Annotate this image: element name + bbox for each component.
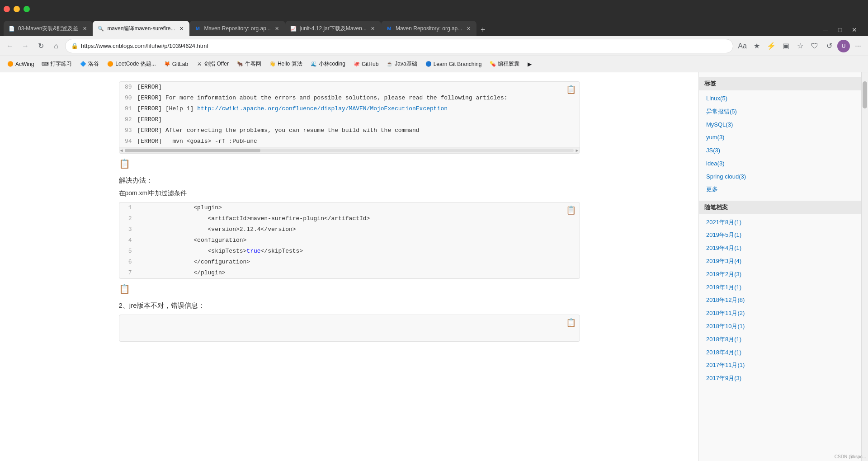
- tab-close-4[interactable]: ✕: [369, 25, 377, 32]
- nav-action-icons: Aa ★ ⚡ ▣ ☆ 🛡 ↺ U ···: [736, 40, 864, 52]
- home-button[interactable]: ⌂: [50, 40, 62, 52]
- xml-line-2: 2 <artifactId>maven-surefire-plugin</art…: [119, 213, 580, 224]
- copy-icon-2: 📋: [119, 159, 130, 169]
- forward-button[interactable]: →: [19, 40, 32, 52]
- split-screen-button[interactable]: ▣: [779, 40, 792, 52]
- sidebar-tag-mysql[interactable]: MySQL(3): [699, 118, 861, 132]
- more-menu-button[interactable]: ···: [852, 40, 864, 52]
- copy-button-xml[interactable]: 📋: [566, 205, 576, 215]
- browser-wallet-button[interactable]: 🛡: [808, 40, 821, 52]
- sidebar-tag-idea[interactable]: idea(3): [699, 157, 861, 170]
- tab-close-3[interactable]: ✕: [274, 25, 281, 32]
- right-scrollbar[interactable]: [861, 72, 868, 461]
- refresh-button[interactable]: ↻: [34, 40, 47, 52]
- xml-line-7: 7 </plugin>: [119, 268, 580, 278]
- more-icon: ···: [855, 42, 861, 50]
- close-button[interactable]: [4, 6, 10, 12]
- bookmark-coding-capsule[interactable]: 💊 编程胶囊: [486, 58, 523, 70]
- maximize-button[interactable]: [24, 6, 30, 12]
- minimize-button[interactable]: [14, 6, 20, 12]
- bookmark-jianzhi[interactable]: ⚔ 剑指 Offer: [193, 58, 232, 70]
- restore-window-button[interactable]: □: [834, 24, 846, 36]
- sidebar-archive-2019-3[interactable]: 2019年3月(4): [699, 255, 861, 268]
- bookmark-typing-label: 打字练习: [50, 60, 72, 68]
- sidebar-archive-2019-1[interactable]: 2019年1月(1): [699, 281, 861, 294]
- scroll-left-arrow[interactable]: ◀: [119, 148, 124, 153]
- bookmark-leetcode[interactable]: 🟠 LeetCode 热题...: [104, 58, 159, 70]
- wallet-icon: 🛡: [811, 42, 818, 50]
- sidebar-archive-2018-12[interactable]: 2018年12月(8): [699, 294, 861, 307]
- bookmark-nowcoder[interactable]: 🐂 牛客网: [233, 58, 265, 70]
- sidebar-archive-2018-11[interactable]: 2018年11月(2): [699, 307, 861, 320]
- bookmark-xiaolin[interactable]: 🌊 小林coding: [307, 58, 349, 70]
- tab-title-1: 03-Maven安装&配置及差: [18, 25, 78, 33]
- bookmark-more[interactable]: ▶: [524, 58, 535, 70]
- sidebar-archive-2018-8[interactable]: 2018年8月(1): [699, 333, 861, 346]
- nowcoder-favicon: 🐂: [237, 61, 243, 67]
- address-bar[interactable]: 🔒 https://www.cnblogs.com/lifuhei/p/1039…: [65, 39, 733, 53]
- tab-3[interactable]: M Maven Repository: org.ap... ✕: [189, 21, 285, 36]
- bookmark-typing[interactable]: ⌨ 打字练习: [38, 58, 75, 70]
- back-button[interactable]: ←: [4, 40, 16, 52]
- sidebar-tag-linux[interactable]: Linux(5): [699, 92, 861, 105]
- tab-title-4: junit-4.12.jar下载及Maven...: [300, 25, 367, 33]
- bookmark-java[interactable]: ☕ Java基础: [383, 58, 420, 70]
- gitlab-favicon: 🦊: [164, 61, 170, 67]
- copy-button-section2[interactable]: 📋: [566, 318, 576, 328]
- bottom-note: CSDN @kspc...: [835, 454, 866, 459]
- sidebar-archive-2021-8[interactable]: 2021年8月(1): [699, 216, 861, 229]
- sidebar-archive-2017-11[interactable]: 2017年11月(1): [699, 359, 861, 372]
- bookmark-git-branching[interactable]: 🔵 Learn Git Branching: [422, 58, 486, 70]
- sidebar-archive-2019-5[interactable]: 2019年5月(1): [699, 229, 861, 242]
- sidebar-archive-2018-10[interactable]: 2018年10月(1): [699, 320, 861, 333]
- tab-2[interactable]: 🔍 maven编译maven-surefire... ✕: [93, 21, 189, 36]
- bookmark-github[interactable]: 🐙 GitHub: [350, 58, 382, 70]
- tab-close-2[interactable]: ✕: [178, 25, 185, 32]
- bookmark-luogu[interactable]: 🔷 洛谷: [76, 58, 103, 70]
- user-avatar[interactable]: U: [837, 40, 850, 52]
- sidebar-tag-yum[interactable]: yum(3): [699, 131, 861, 144]
- favorites-button[interactable]: ★: [750, 40, 763, 52]
- new-tab-button[interactable]: +: [476, 24, 489, 36]
- tab-4[interactable]: 📈 junit-4.12.jar下载及Maven... ✕: [285, 21, 381, 36]
- bookmark-hello-algo[interactable]: 👋 Hello 算法: [266, 58, 306, 70]
- nav-bar: ← → ↻ ⌂ 🔒 https://www.cnblogs.com/lifuhe…: [0, 36, 868, 56]
- copy-below-error[interactable]: 📋: [119, 158, 580, 169]
- error-scrollbar[interactable]: ◀ ▶: [119, 147, 580, 153]
- tab-1[interactable]: 📄 03-Maven安装&配置及差 ✕: [4, 21, 93, 36]
- main-content: 📋 89 [ERROR] 90 [ERROR] For more informa…: [0, 72, 698, 461]
- read-mode-button[interactable]: Aa: [736, 40, 749, 52]
- home-icon: ⌂: [54, 42, 58, 50]
- xml-line-6: 6 </configuration>: [119, 257, 580, 268]
- bookmark-acwing[interactable]: 🟠 AcWing: [4, 58, 38, 70]
- tab-close-5[interactable]: ✕: [465, 25, 472, 32]
- error-line-92: 92 [ERROR]: [119, 114, 580, 125]
- bookmark-gitlab[interactable]: 🦊 GitLab: [160, 58, 192, 70]
- tab-favicon-4: 📈: [290, 25, 297, 32]
- tab-5[interactable]: M Maven Repository: org.ap... ✕: [381, 21, 476, 36]
- sidebar-tag-js[interactable]: JS(3): [699, 144, 861, 157]
- sidebar-tag-more[interactable]: 更多: [699, 183, 861, 195]
- close-window-button[interactable]: ✕: [848, 24, 861, 36]
- sidebar-tag-springcloud[interactable]: Spring cloud(3): [699, 170, 861, 183]
- tab-close-1[interactable]: ✕: [81, 25, 88, 32]
- sidebar-tag-exception[interactable]: 异常报错(5): [699, 105, 861, 118]
- xml-line-1: 1 <plugin>: [119, 202, 580, 213]
- copy-button-error[interactable]: 📋: [566, 85, 576, 94]
- copy-below-xml[interactable]: 📋: [119, 283, 580, 294]
- minimize-window-button[interactable]: ─: [819, 24, 832, 36]
- sidebar-archive-2017-9[interactable]: 2017年9月(3): [699, 372, 861, 385]
- github-favicon: 🐙: [354, 61, 360, 67]
- error-help-link[interactable]: http://cwiki.apache.org/confluence/displ…: [197, 105, 448, 112]
- scroll-right-arrow[interactable]: ▶: [575, 148, 579, 153]
- sidebar-archive-2019-4[interactable]: 2019年4月(1): [699, 242, 861, 255]
- collections-button[interactable]: ⚡: [765, 40, 778, 52]
- browser-essentials-button[interactable]: ☆: [794, 40, 807, 52]
- sidebar-archive-2019-2[interactable]: 2019年2月(3): [699, 268, 861, 281]
- split-icon: ▣: [783, 42, 789, 50]
- sidebar-archive-2018-4[interactable]: 2018年4月(1): [699, 346, 861, 359]
- history-button[interactable]: ↺: [823, 40, 835, 52]
- tab-favicon-3: M: [194, 25, 201, 32]
- xml-line-5: 5 <skipTests>true</skipTests>: [119, 246, 580, 257]
- refresh-icon: ↻: [38, 42, 44, 50]
